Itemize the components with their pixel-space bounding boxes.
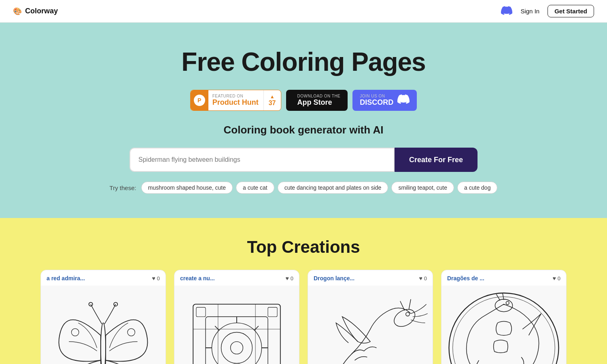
appstore-text: Download on the App Store bbox=[297, 94, 341, 107]
search-input[interactable] bbox=[129, 148, 395, 172]
card-2-image bbox=[174, 286, 299, 364]
svg-rect-14 bbox=[196, 307, 206, 317]
svg-rect-5 bbox=[193, 304, 280, 364]
cards-grid: a red admira... ♥ 0 bbox=[40, 270, 567, 364]
svg-point-19 bbox=[406, 312, 410, 316]
product-hunt-badge[interactable]: P FEATURED ON Product Hunt ▲ 37 bbox=[190, 90, 281, 111]
hero-subtitle: Coloring book generator with AI bbox=[8, 124, 599, 136]
chip-teapot-smiling[interactable]: smiling teapot, cute bbox=[391, 182, 454, 194]
chip-teapot-dancing[interactable]: cute dancing teapot and plates on side bbox=[278, 182, 388, 194]
create-for-free-button[interactable]: Create For Free bbox=[395, 148, 478, 172]
heart-icon-4: ♥ bbox=[552, 275, 556, 281]
heart-icon-1: ♥ bbox=[152, 275, 155, 281]
navbar: 🎨 Colorway Sign In Get Started bbox=[0, 0, 607, 23]
card-4-header: Dragões de ... ♥ 0 bbox=[441, 270, 566, 286]
ph-featured-label: FEATURED ON bbox=[212, 94, 259, 98]
svg-point-22 bbox=[495, 299, 512, 312]
discord-badge[interactable]: Join us on DISCORD bbox=[352, 90, 417, 111]
logo-text: Colorway bbox=[25, 7, 58, 15]
svg-point-0 bbox=[101, 323, 106, 364]
card-3-title: Drogon lançe... bbox=[314, 275, 354, 281]
card-4-title: Dragões de ... bbox=[447, 275, 484, 281]
svg-rect-15 bbox=[268, 307, 277, 317]
ph-arrow-icon: ▲ bbox=[270, 94, 275, 99]
card-1-image bbox=[41, 286, 166, 364]
ph-name-label: Product Hunt bbox=[212, 98, 259, 107]
card-2[interactable]: create a nu... ♥ 0 bbox=[174, 270, 299, 364]
card-4-image bbox=[441, 286, 566, 364]
signin-link[interactable]: Sign In bbox=[520, 8, 539, 15]
svg-point-23 bbox=[506, 301, 509, 305]
search-row: Create For Free bbox=[129, 148, 478, 172]
creations-section: Top Creations a red admira... ♥ 0 bbox=[0, 218, 607, 364]
card-2-likes: ♥ 0 bbox=[285, 275, 293, 281]
heart-icon-3: ♥ bbox=[419, 275, 422, 281]
ph-score-number: 37 bbox=[269, 99, 276, 107]
chip-cat[interactable]: a cute cat bbox=[236, 182, 274, 194]
creations-title: Top Creations bbox=[16, 237, 591, 257]
svg-rect-6 bbox=[206, 317, 268, 364]
card-4-likes: ♥ 0 bbox=[552, 275, 560, 281]
discord-name-label: DISCORD bbox=[360, 98, 393, 107]
appstore-name-label: App Store bbox=[297, 98, 341, 107]
card-2-header: create a nu... ♥ 0 bbox=[174, 270, 299, 286]
card-1-title: a red admira... bbox=[47, 275, 85, 281]
hero-section: Free Coloring Pages P FEATURED ON Produc… bbox=[0, 23, 607, 218]
card-1-likes: ♥ 0 bbox=[152, 275, 160, 281]
hero-title: Free Coloring Pages bbox=[8, 47, 599, 77]
badges-row: P FEATURED ON Product Hunt ▲ 37 Download… bbox=[8, 90, 599, 111]
card-4-like-count: 0 bbox=[558, 275, 560, 281]
card-3-likes: ♥ 0 bbox=[419, 275, 427, 281]
logo-emoji: 🎨 bbox=[13, 7, 22, 16]
svg-point-20 bbox=[449, 293, 558, 364]
discord-text: Join us on DISCORD bbox=[360, 94, 393, 107]
card-3-like-count: 0 bbox=[424, 275, 427, 281]
heart-icon-2: ♥ bbox=[285, 275, 289, 281]
card-2-title: create a nu... bbox=[180, 275, 215, 281]
card-1-header: a red admira... ♥ 0 bbox=[41, 270, 166, 286]
card-3-image bbox=[308, 286, 433, 364]
chip-mushroom[interactable]: mushroom shaped house, cute bbox=[141, 182, 233, 194]
card-3[interactable]: Drogon lançe... ♥ 0 bbox=[308, 270, 433, 364]
ph-score: ▲ 37 bbox=[263, 90, 281, 111]
ph-text: FEATURED ON Product Hunt bbox=[208, 94, 263, 107]
ph-p-letter: P bbox=[194, 95, 205, 106]
chip-dog[interactable]: a cute dog bbox=[457, 182, 497, 194]
svg-point-1 bbox=[71, 328, 79, 336]
get-started-link[interactable]: Get Started bbox=[548, 5, 594, 17]
appstore-dl-label: Download on the bbox=[297, 94, 341, 98]
svg-point-9 bbox=[231, 342, 243, 354]
discord-nav-icon[interactable] bbox=[501, 5, 512, 18]
card-2-like-count: 0 bbox=[291, 275, 293, 281]
nav-right: Sign In Get Started bbox=[501, 5, 594, 18]
card-4[interactable]: Dragões de ... ♥ 0 bbox=[441, 270, 567, 364]
nav-logo[interactable]: 🎨 Colorway bbox=[13, 7, 58, 16]
discord-logo-icon bbox=[397, 93, 410, 108]
card-3-header: Drogon lançe... ♥ 0 bbox=[308, 270, 433, 286]
card-1[interactable]: a red admira... ♥ 0 bbox=[40, 270, 166, 364]
discord-join-label: Join us on bbox=[360, 94, 393, 98]
try-these-label: Try these: bbox=[110, 184, 136, 191]
appstore-badge[interactable]: Download on the App Store bbox=[286, 90, 348, 111]
svg-point-2 bbox=[127, 328, 135, 336]
card-1-like-count: 0 bbox=[157, 275, 160, 281]
ph-icon-bg: P bbox=[191, 90, 208, 111]
svg-point-8 bbox=[221, 332, 253, 364]
try-these-row: Try these: mushroom shaped house, cute a… bbox=[8, 182, 599, 194]
